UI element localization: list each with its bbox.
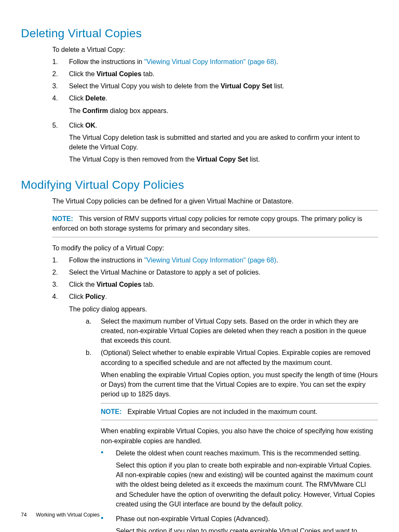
- lead-text: To modify the policy of a Virtual Copy:: [52, 243, 378, 253]
- substep-letter: a.: [86, 316, 101, 346]
- note-text: This version of RMV supports virtual cop…: [52, 215, 362, 232]
- note-label: NOTE:: [101, 408, 122, 415]
- bullet-icon: •: [101, 514, 116, 532]
- step-text: Click Delete. The Confirm dialog box app…: [69, 93, 378, 118]
- step-text: Click OK. The Virtual Copy deletion task…: [69, 121, 378, 167]
- step-num: 1.: [52, 255, 69, 265]
- substep-letter: b.: [86, 348, 101, 532]
- intro-text: The Virtual Copy policies can be defined…: [52, 196, 378, 206]
- note-box: NOTE:Expirable Virtual Copies are not in…: [101, 403, 378, 420]
- step-text: Select the Virtual Copy you wish to dele…: [69, 81, 378, 91]
- heading-modifying: Modifying Virtual Copy Policies: [21, 177, 378, 194]
- page-number: 74: [21, 512, 27, 518]
- heading-deleting: Deleting Virtual Copies: [21, 25, 378, 42]
- step-num: 1.: [52, 57, 69, 67]
- substep-text: (Optional) Select whether to enable expi…: [101, 348, 378, 532]
- intro-text: To delete a Virtual Copy:: [52, 45, 378, 54]
- footer-title: Working with Virtual Copies: [36, 512, 100, 518]
- note-box: NOTE:This version of RMV supports virtua…: [52, 210, 378, 237]
- step-num: 4.: [52, 93, 69, 118]
- bullet-icon: •: [101, 448, 116, 511]
- step-text: Click the Virtual Copies tab.: [69, 69, 378, 79]
- substep-text: Select the maximum number of Virtual Cop…: [101, 316, 378, 346]
- note-text: Expirable Virtual Copies are not include…: [128, 408, 317, 415]
- bullet-text: Delete the oldest when count reaches max…: [116, 448, 378, 511]
- link-viewing-vc-info[interactable]: "Viewing Virtual Copy Information" (page…: [144, 257, 276, 264]
- note-label: NOTE:: [52, 215, 73, 222]
- step-text: Click Policy. The policy dialog appears.…: [69, 292, 378, 532]
- step-num: 5.: [52, 121, 69, 167]
- step-num: 2.: [52, 267, 69, 277]
- step-num: 3.: [52, 81, 69, 91]
- step-num: 4.: [52, 292, 69, 532]
- step-text: Select the Virtual Machine or Datastore …: [69, 267, 378, 277]
- step-text: Follow the instructions in "Viewing Virt…: [69, 57, 378, 67]
- step-text: Click the Virtual Copies tab.: [69, 280, 378, 289]
- step-num: 2.: [52, 69, 69, 79]
- step-text: Follow the instructions in "Viewing Virt…: [69, 255, 378, 265]
- step-num: 3.: [52, 280, 69, 289]
- page-footer: 74Working with Virtual Copies: [21, 511, 100, 519]
- bullet-text: Phase out non-expirable Virtual Copies (…: [116, 514, 378, 532]
- link-viewing-vc-info[interactable]: "Viewing Virtual Copy Information" (page…: [144, 58, 276, 65]
